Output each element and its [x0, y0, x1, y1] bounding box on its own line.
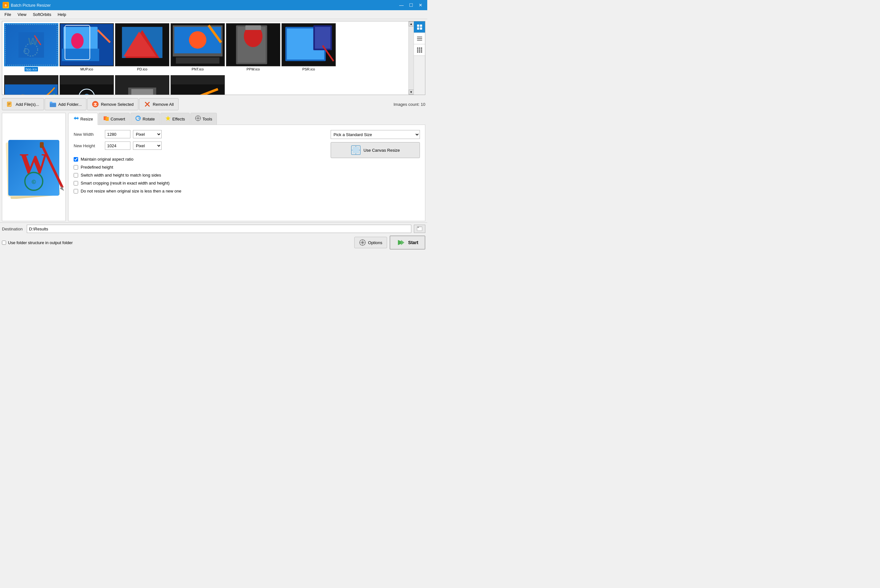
gallery-scroll: W bpp.ico [2, 21, 408, 94]
tab-tools-label: Tools [203, 117, 212, 122]
gallery-item-ppw[interactable]: PPW.ico [226, 23, 280, 71]
gallery-scrollbar: ▲ ▼ [408, 21, 413, 94]
new-height-input[interactable] [105, 141, 131, 150]
gallery-item-psr[interactable]: PSR.ico [282, 23, 336, 71]
gallery-label-bpp: bpp.ico [24, 67, 38, 71]
maximize-button[interactable]: ☐ [407, 1, 415, 9]
destination-input[interactable] [27, 225, 411, 233]
svg-rect-94 [417, 227, 419, 228]
view-thumbnail-button[interactable] [414, 21, 425, 33]
scroll-down-button[interactable]: ▼ [409, 90, 414, 94]
menu-help[interactable]: Help [54, 11, 69, 18]
main-content: W © Resize [0, 111, 427, 222]
menubar: File View SoftOrbits Help [0, 10, 427, 19]
svg-rect-98 [362, 244, 363, 246]
gallery-item-9[interactable] [115, 75, 169, 94]
app-icon: B [3, 2, 9, 8]
gallery-area: W bpp.ico [2, 21, 425, 95]
svg-marker-106 [401, 240, 404, 245]
svg-point-9 [71, 33, 84, 49]
tab-convert-label: Convert [111, 117, 125, 122]
folder-structure-row: Use folder structure in output folder [2, 240, 73, 245]
gallery-label-pnt: PNT.ico [191, 67, 205, 71]
start-button[interactable]: Start [390, 236, 425, 249]
new-height-unit-select[interactable]: Pixel % Inch cm [133, 141, 162, 150]
add-folder-button[interactable]: Add Folder... [45, 98, 87, 110]
view-grid-button[interactable] [414, 44, 425, 56]
gallery-label-psr: PSR.ico [301, 67, 316, 71]
canvas-resize-button[interactable]: Use Canvas Resize [330, 142, 420, 158]
tabs: Resize Convert [68, 113, 425, 125]
tab-effects[interactable]: Effects [161, 113, 190, 124]
window-controls: — ☐ ✕ [397, 1, 425, 9]
resize-left: New Width Pixel % Inch cm New Height [74, 130, 324, 196]
switch-dimensions-checkbox[interactable] [74, 173, 78, 177]
no-resize-label: Do not resize when original size is less… [81, 189, 182, 194]
gallery-item-7[interactable] [4, 75, 59, 94]
svg-rect-46 [420, 27, 422, 30]
options-button[interactable]: Options [354, 237, 387, 248]
tab-resize-label: Resize [80, 117, 93, 122]
new-height-label: New Height [74, 143, 102, 148]
smart-crop-label: Smart cropping (result in exact width an… [81, 181, 170, 186]
svg-rect-27 [245, 25, 261, 30]
tab-convert[interactable]: Convert [99, 113, 130, 124]
remove-all-button[interactable]: Remove All [139, 98, 179, 110]
menu-view[interactable]: View [14, 11, 30, 18]
svg-rect-56 [417, 51, 418, 52]
gallery-thumb-bpp: W [4, 23, 59, 66]
resize-tab-icon [73, 116, 79, 122]
toolbar: Add File(s)... Add Folder... Remove Sele… [0, 97, 427, 111]
predefined-height-row: Predefined height [74, 165, 324, 170]
svg-rect-53 [417, 50, 418, 51]
minimize-button[interactable]: — [397, 1, 405, 9]
tab-tools[interactable]: Tools [190, 113, 217, 124]
new-height-row: New Height Pixel % Inch cm [74, 141, 324, 150]
gallery-item-mup[interactable]: MUP.ico [60, 23, 114, 71]
new-width-input[interactable] [105, 130, 131, 138]
convert-tab-icon [103, 116, 109, 122]
standard-size-select[interactable]: Pick a Standard Size 640x480 800x600 102… [330, 130, 420, 139]
gallery-item-10[interactable] [171, 75, 225, 94]
canvas-resize-label: Use Canvas Resize [363, 148, 400, 153]
add-folder-label: Add Folder... [59, 102, 82, 107]
svg-rect-74 [40, 142, 44, 148]
svg-rect-44 [420, 24, 422, 27]
svg-rect-50 [417, 48, 418, 49]
svg-rect-45 [417, 27, 419, 30]
gallery-item-bpp[interactable]: W bpp.ico [4, 23, 59, 71]
tab-resize[interactable]: Resize [68, 113, 98, 125]
bottom-right: Options Start [354, 236, 425, 249]
app-title: Batch Picture Resizer [11, 3, 397, 8]
view-list-button[interactable] [414, 33, 425, 44]
menu-softorbits[interactable]: SoftOrbits [30, 11, 54, 18]
add-folder-icon [50, 101, 56, 108]
resize-form: New Width Pixel % Inch cm New Height [74, 130, 420, 196]
add-files-button[interactable]: Add File(s)... [2, 98, 44, 110]
aspect-ratio-checkbox[interactable] [74, 157, 78, 162]
svg-rect-32 [315, 27, 330, 48]
no-resize-checkbox[interactable] [74, 189, 78, 194]
menu-file[interactable]: File [1, 11, 14, 18]
svg-marker-79 [165, 116, 171, 121]
new-width-row: New Width Pixel % Inch cm [74, 130, 324, 138]
gallery-item-8[interactable] [60, 75, 114, 94]
gallery-item-pnt[interactable]: PNT.ico [171, 23, 225, 71]
svg-rect-58 [421, 51, 422, 52]
gallery-item-pd[interactable]: PD.ico [115, 23, 169, 71]
smart-crop-checkbox[interactable] [74, 181, 78, 186]
predefined-height-checkbox[interactable] [74, 165, 78, 170]
tab-rotate[interactable]: Rotate [131, 113, 159, 124]
remove-selected-button[interactable]: Remove Selected [87, 98, 138, 110]
close-button[interactable]: ✕ [416, 1, 425, 9]
svg-rect-51 [419, 48, 420, 49]
folder-structure-checkbox[interactable] [2, 241, 6, 245]
destination-browse-button[interactable] [414, 225, 425, 233]
aspect-ratio-row: Maintain original aspect ratio [74, 157, 324, 162]
new-width-unit-select[interactable]: Pixel % Inch cm [133, 130, 162, 138]
gallery-thumb-7 [4, 75, 59, 94]
svg-rect-61 [8, 103, 11, 104]
scroll-up-button[interactable]: ▲ [409, 21, 414, 27]
bottom-area: Destination Use folder structure in outp… [0, 222, 427, 252]
gallery-thumb-9 [115, 75, 169, 94]
